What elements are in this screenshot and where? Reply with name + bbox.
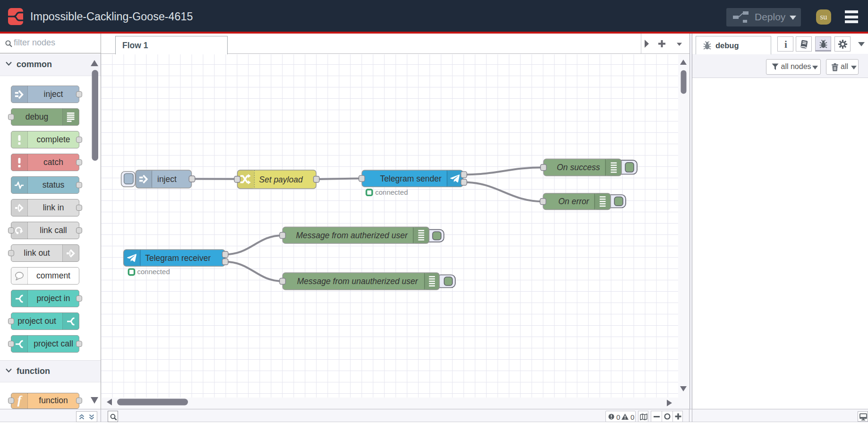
svg-text:Message from unautherized user: Message from unautherized user [297, 277, 418, 286]
svg-text:i: i [784, 40, 787, 49]
svg-text:Message from autherized user: Message from autherized user [296, 231, 408, 240]
svg-text:connected: connected [137, 268, 170, 276]
svg-text:Set payload: Set payload [259, 175, 304, 184]
svg-text:Telegram receiver: Telegram receiver [145, 253, 211, 263]
svg-text:Telegram sender: Telegram sender [380, 174, 442, 183]
svg-text:On success: On success [557, 163, 600, 172]
svg-text:f: f [17, 395, 23, 407]
svg-text:inject: inject [157, 174, 177, 184]
svg-text:On error: On error [558, 197, 589, 206]
svg-text:connected: connected [375, 188, 408, 196]
